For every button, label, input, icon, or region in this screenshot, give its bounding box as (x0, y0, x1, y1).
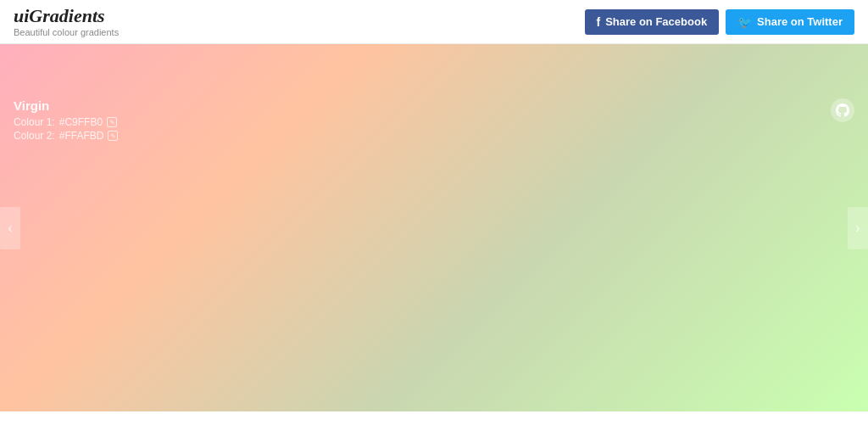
gradient-display: Virgin Colour 1: #C9FFB0 ✎ Colour 2: #FF… (0, 44, 868, 411)
color2-label: Colour 2: (14, 130, 55, 142)
twitter-share-button[interactable]: 🐦 Share on Twitter (726, 9, 854, 35)
facebook-btn-label: Share on Facebook (605, 15, 707, 28)
prev-gradient-button[interactable]: ‹ (0, 207, 20, 249)
next-gradient-button[interactable]: › (848, 207, 868, 249)
color1-edit-icon[interactable]: ✎ (107, 117, 117, 127)
color2-value: #FFAFBD (59, 130, 104, 142)
get-css-button[interactable]: </> Get CSS Code (Enter) (284, 417, 415, 437)
right-arrow-icon: › (855, 221, 860, 236)
color1-label: Colour 1: (14, 116, 55, 128)
facebook-share-button[interactable]: f Share on Facebook (585, 9, 720, 35)
twitter-btn-label: Share on Twitter (757, 15, 843, 28)
plus-icon: + (155, 421, 161, 433)
github-icon[interactable] (831, 98, 854, 122)
share-button[interactable]: ↗ (420, 417, 447, 437)
bottom-left-buttons: ⊞ See All Gradients (Shift) + Add Gradie… (10, 417, 447, 437)
get-css-label: Get CSS Code (Enter) (312, 422, 404, 432)
bottom-toolbar: ⊞ See All Gradients (Shift) + Add Gradie… (0, 411, 868, 442)
gradient-info: Virgin Colour 1: #C9FFB0 ✎ Colour 2: #FF… (14, 98, 118, 143)
facebook-icon: f (597, 15, 601, 29)
see-all-gradients-button[interactable]: ⊞ See All Gradients (Shift) (10, 417, 141, 437)
twitter-icon: 🐦 (737, 15, 752, 29)
left-arrow-icon: ‹ (8, 221, 12, 236)
color2-edit-icon[interactable]: ✎ (108, 131, 118, 141)
color1-value: #C9FFB0 (59, 116, 103, 128)
add-gradient-button[interactable]: + Add Gradient (Spacebar) (146, 417, 278, 437)
header: uiGradients Beautiful colour gradients f… (0, 0, 868, 44)
grid-icon: ⊞ (19, 421, 28, 433)
share-icon: ↗ (429, 421, 437, 433)
add-gradient-label: Add Gradient (Spacebar) (165, 422, 269, 432)
logo[interactable]: uiGradients (14, 6, 119, 26)
gradient-name: Virgin (14, 98, 118, 113)
bottom-right: A Made With ♥ by Igor (774, 422, 858, 432)
see-all-label: See All Gradients (Shift) (32, 422, 131, 432)
logo-area: uiGradients Beautiful colour gradients (14, 6, 119, 36)
credit-text: A Made With ♥ by Igor (774, 422, 858, 432)
header-buttons: f Share on Facebook 🐦 Share on Twitter (585, 9, 854, 35)
color1-row: Colour 1: #C9FFB0 ✎ (14, 116, 118, 128)
color2-row: Colour 2: #FFAFBD ✎ (14, 130, 118, 142)
logo-subtitle: Beautiful colour gradients (14, 27, 119, 37)
code-icon: </> (293, 421, 308, 433)
